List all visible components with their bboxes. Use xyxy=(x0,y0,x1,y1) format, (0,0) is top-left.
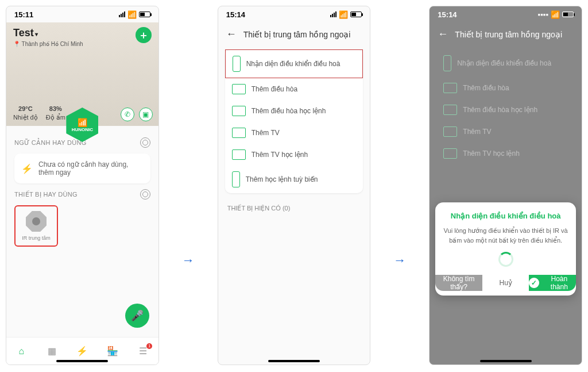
existing-devices-header: THIẾT BỊ HIỆN CÓ (0) xyxy=(218,197,370,212)
tv-icon xyxy=(232,128,246,138)
option-panel: Nhận diện điều khiển điều hoà Thêm điều … xyxy=(225,49,363,193)
signal-icon xyxy=(119,11,125,17)
hub-icon xyxy=(26,211,47,232)
remote-icon xyxy=(233,56,241,72)
done-button[interactable]: ✓Hoàn thành xyxy=(529,275,576,291)
option-panel-dimmed: Nhận diện điều khiển điều hoà Thêm điều … xyxy=(436,49,575,164)
no-scene-card[interactable]: ⚡ Chưa có ngữ cảnh hay dùng, thêm ngay xyxy=(14,154,150,183)
signal-icon xyxy=(330,11,336,17)
opt-add-ac: Thêm điều hòa xyxy=(436,77,575,99)
screen-home: 15:11 📶 Test▾ 📍 Thành phố Hồ Chí Minh ＋ … xyxy=(6,6,159,365)
clock: 15:14 xyxy=(438,10,457,19)
status-bar: 15:11 📶 xyxy=(6,6,158,22)
add-button[interactable]: ＋ xyxy=(136,27,152,43)
remote-icon xyxy=(443,55,451,71)
opt-add-tv-learn: Thêm TV học lệnh xyxy=(436,143,575,164)
status-bar: 15:14 📶 xyxy=(218,6,370,22)
opt-detect-ac-remote: Nhận diện điều khiển điều hoà xyxy=(436,49,575,77)
tab-bolt-icon[interactable]: ⚡ xyxy=(76,346,88,357)
opt-add-ac-learn[interactable]: Thêm điều hòa học lệnh xyxy=(225,100,363,122)
dropdown-caret-icon: ▾ xyxy=(35,31,38,37)
ac-icon xyxy=(232,84,246,94)
device-ir-hub[interactable]: IR trung tâm xyxy=(14,205,58,247)
signal-icon: ▪▪▪▪ xyxy=(538,10,548,19)
status-bar: 15:14 ▪▪▪▪ 📶 xyxy=(430,6,582,22)
not-found-button[interactable]: Không tìm thấy? xyxy=(435,275,482,291)
tab-store-icon[interactable]: 🏪 xyxy=(107,346,118,357)
flow-arrow-icon: → xyxy=(393,253,406,268)
opt-detect-ac-remote[interactable]: Nhận diện điều khiển điều hoà xyxy=(225,49,363,78)
page-header: ← Thiết bị trung tâm hồng ngoại xyxy=(430,22,582,46)
battery-icon xyxy=(350,11,362,17)
bolt-icon: ⚡ xyxy=(21,163,33,174)
remote-icon xyxy=(232,171,240,187)
opt-add-ac[interactable]: Thêm điều hòa xyxy=(225,78,363,100)
opt-add-ac-learn: Thêm điều hòa học lệnh xyxy=(436,99,575,121)
tab-home-icon[interactable]: ⌂ xyxy=(16,346,27,357)
page-title: Thiết bị trung tâm hồng ngoại xyxy=(243,30,351,39)
wifi-icon: 📶 xyxy=(339,10,348,19)
opt-add-custom-learn[interactable]: Thêm học lệnh tuỳ biến xyxy=(225,166,363,193)
tv-icon xyxy=(443,126,457,137)
wifi-icon: 📶 xyxy=(78,118,87,127)
battery-icon xyxy=(139,11,150,17)
opt-add-tv: Thêm TV xyxy=(436,121,575,143)
weather-block: 29°CNhiệt độ 83%Độ ẩm xyxy=(13,105,65,121)
page-header: ← Thiết bị trung tâm hồng ngoại xyxy=(218,22,370,46)
tab-grid-icon[interactable]: ▦ xyxy=(46,346,57,357)
clock: 15:14 xyxy=(226,10,245,19)
cancel-button[interactable]: Huỷ xyxy=(482,279,529,287)
home-indicator xyxy=(268,360,320,362)
battery-icon xyxy=(562,11,574,17)
screen-ir-hub: 15:14 📶 ← Thiết bị trung tâm hồng ngoại … xyxy=(218,6,371,365)
gear-icon[interactable] xyxy=(140,137,150,148)
home-indicator xyxy=(480,360,532,362)
clock: 15:11 xyxy=(14,10,33,19)
home-indicator xyxy=(56,360,108,362)
detect-remote-modal: Nhận diện điều khiển điều hoà Vui lòng h… xyxy=(435,202,576,296)
home-title[interactable]: Test▾ xyxy=(13,27,38,39)
opt-add-tv-learn[interactable]: Thêm TV học lệnh xyxy=(225,144,363,166)
ac-icon xyxy=(443,105,457,115)
mic-fab[interactable]: 🎤 xyxy=(125,304,149,328)
check-icon: ✓ xyxy=(529,278,539,288)
location-label: 📍 Thành phố Hồ Chí Minh xyxy=(13,41,83,47)
brand-hex: 📶HUNONIC xyxy=(66,108,98,142)
modal-body: Vui lòng hướng điều khiển vào thiết bị I… xyxy=(443,226,568,245)
screen-ir-hub-modal: 15:14 ▪▪▪▪ 📶 ← Thiết bị trung tâm hồng n… xyxy=(429,6,582,365)
hero-banner: Test▾ 📍 Thành phố Hồ Chí Minh ＋ 29°CNhiệ… xyxy=(6,22,158,126)
flow-arrow-icon: → xyxy=(182,253,195,268)
tv-icon xyxy=(232,149,246,160)
modal-title: Nhận diện điều khiển điều hoà xyxy=(443,212,568,220)
opt-add-tv[interactable]: Thêm TV xyxy=(225,122,363,144)
ac-icon xyxy=(443,83,457,93)
tab-menu-icon[interactable]: ☰ xyxy=(137,346,149,357)
back-icon[interactable]: ← xyxy=(438,28,448,40)
call-icon[interactable]: ✆ xyxy=(121,108,134,121)
wifi-icon: 📶 xyxy=(127,10,137,19)
image-icon[interactable]: ▣ xyxy=(139,108,153,121)
section-devices-header: THIẾT BỊ HAY DÙNG xyxy=(14,189,150,200)
page-title: Thiết bị trung tâm hồng ngoại xyxy=(455,30,562,39)
wifi-icon: 📶 xyxy=(551,10,560,19)
tv-icon xyxy=(443,148,457,159)
gear-icon[interactable] xyxy=(140,189,150,200)
ac-icon xyxy=(232,106,246,116)
back-icon[interactable]: ← xyxy=(226,28,237,40)
spinner-icon xyxy=(498,252,513,267)
